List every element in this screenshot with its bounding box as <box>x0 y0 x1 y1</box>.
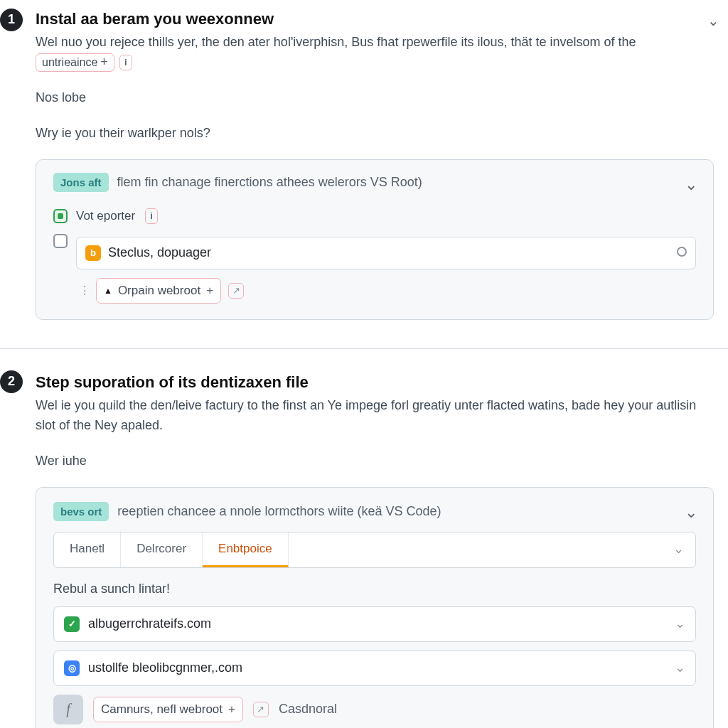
tabs-chevron-icon[interactable]: ⌄ <box>662 532 695 567</box>
option-label: Vot eporter <box>76 207 135 225</box>
collapse-chevron-icon[interactable]: ⌄ <box>707 10 719 32</box>
domain-label: ustollfe bleolibcgnmer,.com <box>88 658 242 678</box>
step-1: ⌄ 1 Instal aa beram you weexonnew Wel nu… <box>0 0 728 341</box>
tabs: Hanetl Delrcorer Enbtpoice ⌄ <box>53 532 696 568</box>
drag-handle-icon[interactable]: ⋮ <box>79 282 89 300</box>
tab-hanetl[interactable]: Hanetl <box>54 532 121 567</box>
step-description: Wel nuo you rejece thills yer, the den a… <box>36 33 714 73</box>
app-icon: b <box>85 245 101 261</box>
framed-list: b Steclus, dopuager <box>76 237 696 269</box>
info-chip-icon[interactable]: i <box>145 208 158 224</box>
external-icon[interactable]: ↗ <box>253 702 269 717</box>
plus-icon: + <box>206 282 213 300</box>
option-row-1: Vot eporter i <box>53 203 696 230</box>
step-number-badge: 2 <box>0 370 23 393</box>
sub-heading: Rebul a sunch lintar! <box>53 579 696 599</box>
chevron-down-icon: ⌄ <box>675 658 685 678</box>
external-icon[interactable]: ↗ <box>228 283 244 299</box>
card-subtitle: reeptien chancee a nnole lormcthors wiit… <box>117 502 441 522</box>
step-para-1: Nos lobe <box>36 88 714 108</box>
triangle-icon: ▲ <box>104 284 112 298</box>
pill-row: ⋮ ▲ Orpain webroot + ↗ <box>79 278 696 304</box>
card-chevron-icon[interactable]: ⌄ <box>685 173 697 197</box>
step-desc-text: Wel nuo you rejece thills yer, the den a… <box>36 35 636 49</box>
inline-tag[interactable]: untrieaince + <box>36 53 114 72</box>
domain-label: albugerrchrateifs.com <box>88 614 211 634</box>
step-title: Step suporation of its dentizaxen file <box>36 370 714 395</box>
domain-icon: ◎ <box>64 660 80 676</box>
step-para-2: Wry ie you their warlkper nols? <box>36 124 714 144</box>
domain-icon: ✓ <box>64 616 80 632</box>
plus-icon: + <box>100 53 108 73</box>
info-chip-icon[interactable]: i <box>119 55 132 70</box>
config-card-2: ⌄ bevs ort reeptien chancee a nnole lorm… <box>36 487 714 728</box>
card-header: Jons aft flem fin chanage finerctions at… <box>53 173 696 193</box>
domain-item-1[interactable]: ✓ albugerrchrateifs.com ⌄ <box>53 606 696 642</box>
action-row: f Camnurs, nefl webroot + ↗ Casdnoral <box>53 695 696 724</box>
checkbox[interactable] <box>53 209 68 223</box>
card-subtitle: flem fin chanage finerctions athees wele… <box>117 173 422 193</box>
framed-item-label: Steclus, dopuager <box>108 243 211 263</box>
inline-tag-label: untrieaince <box>42 54 97 72</box>
checkbox[interactable] <box>53 234 68 248</box>
webroot-tag[interactable]: ▲ Orpain webroot + <box>96 278 221 304</box>
plus-icon: + <box>228 700 235 719</box>
option-row-2: b Steclus, dopuager <box>53 230 696 274</box>
tab-delrcorer[interactable]: Delrcorer <box>121 532 203 567</box>
card-chevron-icon[interactable]: ⌄ <box>685 500 697 525</box>
step-title: Instal aa beram you weexonnew <box>36 7 714 31</box>
config-card-1: ⌄ Jons aft flem fin chanage finerctions … <box>36 159 714 320</box>
step-number-badge: 1 <box>0 9 23 31</box>
card-header: bevs ort reeptien chancee a nnole lormct… <box>53 502 696 522</box>
tab-enbtpoice[interactable]: Enbtpoice <box>203 532 289 567</box>
domain-item-2[interactable]: ◎ ustollfe bleolibcgnmer,.com ⌄ <box>53 651 696 686</box>
framed-item[interactable]: b Steclus, dopuager <box>77 237 695 269</box>
webroot-action-tag[interactable]: Camnurs, nefl webroot + <box>93 697 243 722</box>
step-description: Wel ie you quild the den/leive factury t… <box>36 396 714 436</box>
step-para-1: Wer iuhe <box>36 451 714 471</box>
cancel-link[interactable]: Casdnoral <box>279 700 337 719</box>
webroot-tag-label: Orpain webroot <box>118 282 200 300</box>
step-2: 2 Step suporation of its dentizaxen file… <box>0 348 728 728</box>
card-badge: bevs ort <box>53 502 109 521</box>
function-icon[interactable]: f <box>53 695 83 724</box>
card-badge: Jons aft <box>53 173 109 192</box>
chevron-down-icon: ⌄ <box>675 614 685 634</box>
webroot-action-label: Camnurs, nefl webroot <box>101 700 223 719</box>
radio-trail-icon <box>677 243 687 263</box>
